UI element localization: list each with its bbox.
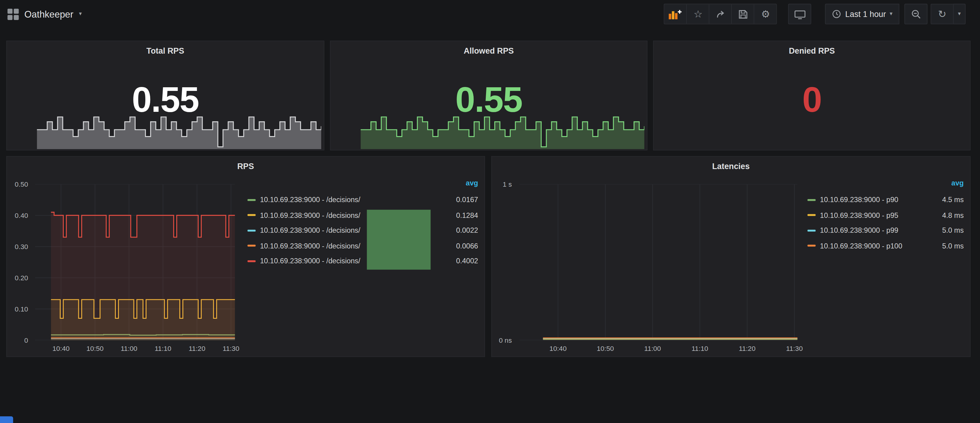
panel-latencies-graph: Latencies 0 ns1 s 10:4010:5011:0011:1011… — [491, 156, 970, 357]
series-name: 10.10.69.238:9000 - p95 — [820, 211, 924, 219]
series-color-dash — [807, 230, 816, 231]
y-tick-label: 0 — [24, 336, 28, 344]
series-color-dash — [807, 199, 816, 201]
x-tick-label: 11:20 — [739, 345, 756, 352]
y-tick-label: 0.30 — [15, 243, 28, 250]
panel-title[interactable]: Total RPS — [7, 46, 324, 55]
y-tick-label: 0.10 — [15, 305, 28, 313]
legend-avg-header: avg — [807, 179, 965, 192]
legend-avg-header: avg — [248, 179, 479, 192]
x-tick-label: 11:20 — [189, 345, 205, 352]
series-avg-value: 4.8 ms — [924, 211, 965, 219]
search-minus-icon — [911, 9, 921, 19]
series-avg-value: 0.4002 — [438, 257, 479, 265]
x-tick-label: 11:30 — [786, 345, 803, 352]
legend-row[interactable]: 10.10.69.238:9000 - p954.8 ms — [807, 208, 965, 223]
y-tick-label: 1 s — [503, 180, 512, 188]
panel-title[interactable]: Latencies — [492, 162, 970, 171]
series-avg-value: 0.0066 — [438, 242, 479, 250]
legend-row[interactable]: 10.10.69.238:9000 - /decisions/0.4002 — [248, 253, 479, 268]
series-avg-value: 5.0 ms — [924, 242, 965, 250]
navbar: Oathkeeper ▾ ☆ — [0, 0, 980, 28]
star-button[interactable]: ☆ — [687, 4, 710, 24]
y-tick-label: 0.20 — [15, 274, 28, 282]
time-range-label: Last 1 hour — [845, 10, 886, 19]
series-color-dash — [248, 245, 256, 247]
series-name: 10.10.69.238:9000 - p90 — [820, 196, 924, 204]
chevron-down-icon: ▾ — [958, 11, 961, 17]
x-tick-label: 11:10 — [155, 345, 172, 352]
cycle-view-button[interactable] — [788, 4, 811, 24]
gear-icon: ⚙ — [761, 9, 770, 19]
panel-rps-graph: RPS 00.100.200.300.400.50 10:4010:5011:0… — [6, 156, 485, 357]
legend-row[interactable]: 10.10.69.238:9000 - /decisions/0.0022 — [248, 223, 479, 238]
stat-value: 0.55 — [7, 79, 324, 120]
save-icon — [738, 9, 748, 19]
dashboard-picker[interactable]: Oathkeeper ▾ — [0, 8, 82, 20]
legend-row[interactable]: 10.10.69.238:9000 - p1005.0 ms — [807, 238, 965, 253]
grafana-dashboard: Oathkeeper ▾ ☆ — [0, 0, 980, 423]
clock-icon — [832, 10, 842, 19]
y-tick-label: 0.40 — [15, 211, 28, 219]
latencies-legend: avg10.10.69.238:9000 - p904.5 ms10.10.69… — [807, 179, 965, 253]
series-color-dash — [807, 214, 816, 216]
legend-row[interactable]: 10.10.69.238:9000 - /decisions/0.1284 — [248, 208, 479, 223]
refresh-interval-dropdown[interactable]: ▾ — [953, 4, 966, 24]
series-avg-value: 0.1284 — [438, 211, 479, 219]
corner-blue-artifact[interactable] — [0, 416, 13, 423]
chevron-down-icon: ▾ — [79, 11, 82, 17]
apps-grid-icon — [8, 8, 19, 20]
series-avg-value: 5.0 ms — [924, 227, 965, 234]
x-tick-label: 10:50 — [86, 345, 104, 352]
series-color-dash — [248, 214, 256, 216]
x-tick-label: 11:00 — [121, 345, 137, 352]
series-color-dash — [248, 230, 256, 231]
series-color-dash — [807, 245, 816, 247]
series-avg-value: 0.0167 — [438, 196, 479, 204]
series-name: 10.10.69.238:9000 - p99 — [820, 227, 924, 234]
legend-row[interactable]: 10.10.69.238:9000 - /decisions/0.0167 — [248, 192, 479, 207]
panel-title[interactable]: Allowed RPS — [331, 46, 647, 55]
rps-x-axis: 10:4010:5011:0011:1011:2011:30 — [35, 345, 235, 353]
panel-allowed-rps: Allowed RPS 0.55 — [330, 41, 648, 151]
panel-actions-group: ☆ ⚙ — [664, 4, 777, 24]
latencies-y-axis: 0 ns1 s — [492, 184, 515, 340]
stat-value: 0.55 — [331, 79, 647, 120]
share-button[interactable] — [710, 4, 732, 24]
x-tick-label: 10:40 — [549, 345, 567, 352]
y-tick-label: 0 ns — [499, 336, 512, 344]
settings-button[interactable]: ⚙ — [754, 4, 776, 24]
zoom-out-button[interactable] — [904, 4, 928, 24]
monitor-icon — [794, 9, 805, 19]
share-icon — [716, 9, 725, 19]
x-tick-label: 10:40 — [52, 345, 70, 352]
panel-title[interactable]: RPS — [7, 162, 485, 171]
x-tick-label: 10:50 — [597, 345, 614, 352]
legend-row[interactable]: 10.10.69.238:9000 - p995.0 ms — [807, 223, 965, 238]
time-picker-button[interactable]: Last 1 hour ▾ — [825, 4, 899, 24]
series-name: 10.10.69.238:9000 - p100 — [820, 242, 924, 250]
refresh-icon: ↻ — [938, 9, 946, 19]
rps-y-axis: 00.100.200.300.400.50 — [7, 184, 32, 340]
panel-total-rps: Total RPS 0.55 — [6, 41, 325, 151]
legend-row[interactable]: 10.10.69.238:9000 - /decisions/0.0066 — [248, 238, 479, 253]
x-tick-label: 11:10 — [692, 345, 708, 352]
series-name: 10.10.69.238:9000 - /decisions/ — [260, 196, 438, 204]
panel-title[interactable]: Denied RPS — [654, 46, 970, 55]
save-button[interactable] — [732, 4, 754, 24]
navbar-actions: ☆ ⚙ — [664, 4, 980, 24]
series-avg-value: 0.0022 — [438, 227, 479, 234]
add-panel-button[interactable] — [665, 4, 687, 24]
rps-plot-area[interactable] — [35, 184, 235, 340]
legend-row[interactable]: 10.10.69.238:9000 - p904.5 ms — [807, 192, 965, 207]
series-color-dash — [248, 260, 256, 262]
latencies-plot-area[interactable] — [519, 184, 798, 340]
x-tick-label: 11:00 — [644, 345, 661, 352]
dashboard-title[interactable]: Oathkeeper — [24, 9, 73, 19]
panel-denied-rps: Denied RPS 0 — [653, 41, 970, 151]
refresh-button[interactable]: ↻ — [931, 4, 953, 24]
series-color-dash — [248, 199, 256, 201]
y-tick-label: 0.50 — [15, 180, 28, 188]
tooltip-artifact-overlay — [367, 210, 431, 270]
x-tick-label: 11:30 — [223, 345, 239, 352]
